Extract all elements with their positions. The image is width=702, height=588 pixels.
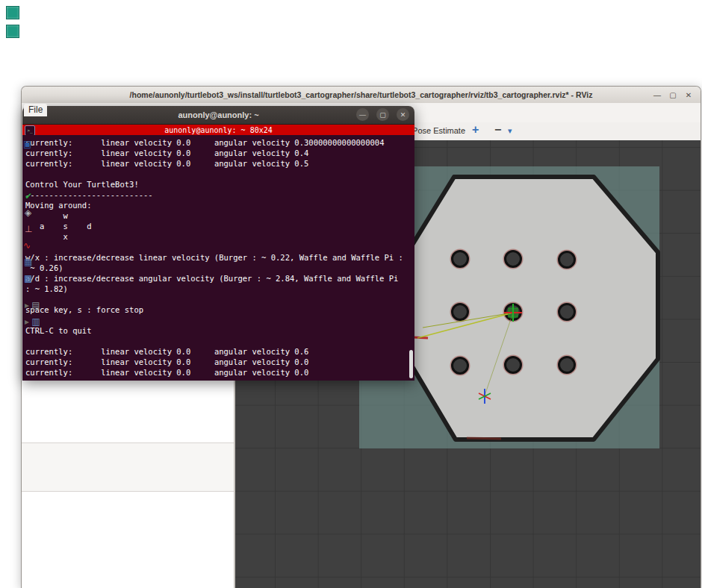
maximize-icon[interactable]: ▢ bbox=[668, 91, 677, 99]
rviz-titlebar[interactable]: /home/aunonly/turtlebot3_ws/install/turt… bbox=[22, 87, 701, 104]
map-pillar bbox=[559, 252, 575, 268]
terminal-scrollbar[interactable] bbox=[408, 135, 414, 381]
map-pillar bbox=[506, 251, 521, 267]
menu-file[interactable]: File bbox=[24, 104, 47, 116]
desktop-icon-1[interactable] bbox=[6, 6, 19, 19]
map-pillar bbox=[559, 304, 575, 320]
terminal-window: aunonly@aunonly: ~ — ▢ ✕ >_ aunonly@auno… bbox=[22, 106, 414, 381]
remove-tool-button[interactable]: − bbox=[494, 123, 501, 137]
map-pillar bbox=[559, 357, 575, 373]
terminal-body[interactable]: currently: linear velocity 0.0 angular v… bbox=[22, 135, 414, 381]
terminal-size-title: aunonly@aunonly: ~ 80x24 bbox=[22, 126, 414, 134]
add-tool-button[interactable]: + bbox=[472, 123, 479, 137]
rviz-window-controls: — ▢ ✕ bbox=[653, 87, 693, 103]
terminal-close-icon[interactable]: ✕ bbox=[397, 108, 409, 121]
panel-section bbox=[22, 442, 234, 491]
terminal-titlebar[interactable]: aunonly@aunonly: ~ — ▢ ✕ bbox=[22, 106, 414, 125]
terminal-window-controls: — ▢ ✕ bbox=[356, 108, 409, 121]
desktop: /home/aunonly/turtlebot3_ws/install/turt… bbox=[0, 0, 702, 588]
terminal-title: aunonly@aunonly: ~ bbox=[178, 110, 258, 119]
scrollbar-thumb[interactable] bbox=[409, 350, 413, 378]
terminal-minimize-icon[interactable]: — bbox=[356, 108, 369, 121]
toolbar-overflow-icon[interactable]: ▾ bbox=[508, 126, 512, 136]
desktop-icon-2[interactable] bbox=[6, 25, 19, 38]
minimize-icon[interactable]: — bbox=[653, 91, 662, 99]
panel-divider bbox=[22, 491, 234, 492]
map-pillar bbox=[506, 357, 521, 373]
panel-divider bbox=[22, 442, 234, 443]
map-pillar bbox=[453, 304, 468, 320]
terminal-maximize-icon[interactable]: ▢ bbox=[376, 108, 389, 121]
close-icon[interactable]: ✕ bbox=[684, 91, 693, 99]
terminal-app-icon: >_ bbox=[25, 125, 35, 136]
map-pillar bbox=[453, 251, 468, 267]
terminal-focus-bar: >_ aunonly@aunonly: ~ 80x24 bbox=[22, 125, 414, 135]
terminal-output: currently: linear velocity 0.0 angular v… bbox=[22, 135, 414, 380]
map-pillar bbox=[453, 358, 468, 374]
map-hexagon bbox=[408, 177, 658, 440]
rviz-window-title: /home/aunonly/turtlebot3_ws/install/turt… bbox=[130, 90, 593, 99]
